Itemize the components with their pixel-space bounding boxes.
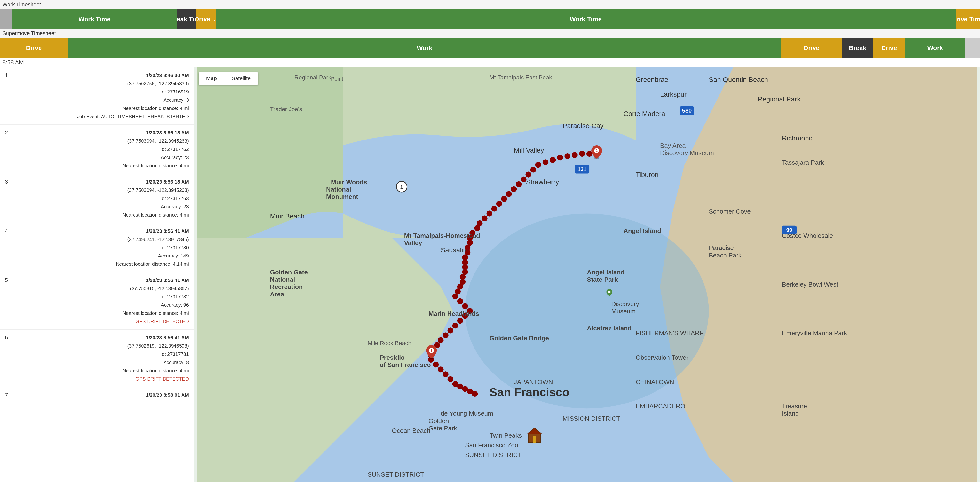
svg-text:MISSION DISTRICT: MISSION DISTRICT <box>562 415 620 422</box>
svg-rect-68 <box>533 436 536 442</box>
svg-text:Recreation: Recreation <box>270 283 303 290</box>
svg-text:EMBARCADERO: EMBARCADERO <box>636 403 685 410</box>
svg-text:99: 99 <box>786 227 792 233</box>
svg-point-32 <box>492 206 497 211</box>
wt-seg-drive-time: Drive Time <box>956 10 980 29</box>
svg-point-35 <box>506 191 512 197</box>
map-toggle-satellite[interactable]: Satellite <box>224 73 258 84</box>
svg-point-30 <box>482 216 487 221</box>
entry-line: (37.7502756, -122.3945339) <box>14 79 189 88</box>
svg-text:Discovery: Discovery <box>611 300 640 308</box>
svg-text:Ocean Beach: Ocean Beach <box>392 427 430 434</box>
svg-text:Point: Point <box>331 76 343 82</box>
entry-line: Nearest location distance: 4.14 mi <box>14 260 189 268</box>
svg-point-40 <box>530 166 536 173</box>
wt-seg-break: Break Time <box>177 10 196 29</box>
svg-text:SUNSET DISTRICT: SUNSET DISTRICT <box>368 471 424 478</box>
svg-point-29 <box>477 220 482 226</box>
svg-point-139 <box>608 291 611 293</box>
supermove-timesheet-bar: Drive Work Drive Break Drive Work <box>0 38 980 58</box>
svg-text:Marin Headlands: Marin Headlands <box>428 310 479 317</box>
svg-text:Larkspur: Larkspur <box>660 90 687 98</box>
entry-line: (37.7502619, -122.3946598) <box>14 342 189 350</box>
entry-details: 1/20/23 8:58:01 AM <box>14 391 189 399</box>
svg-text:CHINATOWN: CHINATOWN <box>636 378 674 385</box>
entry-line: (37.7503094, -122.3945263) <box>14 137 189 145</box>
current-time-label: 8:58 AM <box>0 58 980 67</box>
svg-point-44 <box>557 155 563 160</box>
entry-line: 1/20/23 8:56:41 AM <box>14 227 189 235</box>
svg-point-59 <box>472 391 478 397</box>
svg-text:Golden Gate Bridge: Golden Gate Bridge <box>490 335 549 342</box>
svg-text:Schomer Cove: Schomer Cove <box>709 208 751 215</box>
sm-seg-end <box>966 38 980 58</box>
entry-line: 1/20/23 8:56:18 AM <box>14 128 189 137</box>
entry-line: Nearest location distance: 4 mi <box>14 162 189 170</box>
entry-line: 1/20/23 8:56:41 AM <box>14 333 189 342</box>
svg-text:Muir Woods: Muir Woods <box>331 179 367 186</box>
list-item: 41/20/23 8:56:41 AM(37.7496241, -122.391… <box>0 223 194 272</box>
svg-point-42 <box>542 159 549 165</box>
svg-text:Tassajara Park: Tassajara Park <box>782 159 824 166</box>
svg-text:1: 1 <box>400 184 403 190</box>
entry-details: 1/20/23 8:56:41 AM(37.7502619, -122.3946… <box>14 333 189 383</box>
svg-point-54 <box>448 376 453 382</box>
entry-line: (37.7503094, -122.3945263) <box>14 186 189 194</box>
entry-number: 1 <box>5 71 14 78</box>
svg-text:Emeryville Marina Park: Emeryville Marina Park <box>782 330 848 337</box>
svg-point-5 <box>438 338 444 343</box>
svg-point-13 <box>457 298 463 304</box>
svg-text:SUNSET DISTRICT: SUNSET DISTRICT <box>465 451 522 458</box>
entry-details: 1/20/23 8:56:18 AM(37.7503094, -122.3945… <box>14 128 189 170</box>
svg-text:San Francisco Zoo: San Francisco Zoo <box>465 442 518 449</box>
entry-number: 3 <box>5 178 14 185</box>
entry-line: 1/20/23 8:56:18 AM <box>14 178 189 186</box>
wt-seg-drive: Drive ... <box>196 10 216 29</box>
sm-seg-drive2: Drive <box>781 38 842 58</box>
svg-text:Muir Beach: Muir Beach <box>270 212 304 220</box>
entry-line: Id: 27317762 <box>14 145 189 153</box>
sm-seg-work2: Work <box>905 38 966 58</box>
svg-text:580: 580 <box>682 107 692 114</box>
svg-point-47 <box>579 151 585 157</box>
svg-point-46 <box>572 152 578 158</box>
wt-seg-gray <box>0 10 12 29</box>
map-svg: 1 2 Greenbrae Larkspur Corte Madera Para… <box>194 67 980 482</box>
entry-line: (37.7496241, -122.3917845) <box>14 235 189 243</box>
entry-line: Accuracy: 23 <box>14 153 189 162</box>
entry-line: (37.750315, -122.3945867) <box>14 284 189 293</box>
sm-seg-drive1: Drive <box>0 38 68 58</box>
svg-point-53 <box>443 371 449 377</box>
svg-text:Paradise: Paradise <box>709 244 734 251</box>
entry-details: 1/20/23 8:46:30 AM(37.7502756, -122.3945… <box>14 71 189 121</box>
map-panel: Map Satellite <box>194 67 980 482</box>
entry-details: 1/20/23 8:56:18 AM(37.7503094, -122.3945… <box>14 178 189 219</box>
map-toggle-map[interactable]: Map <box>199 73 224 84</box>
svg-text:Island: Island <box>782 410 799 417</box>
svg-text:Greenbrae: Greenbrae <box>636 76 668 83</box>
location-entries-panel[interactable]: 11/20/23 8:46:30 AM(37.7502756, -122.394… <box>0 67 194 482</box>
svg-text:Museum: Museum <box>611 308 636 315</box>
entry-line: Id: 27317782 <box>14 293 189 301</box>
entry-number: 4 <box>5 227 14 234</box>
svg-text:Tiburon: Tiburon <box>636 171 659 179</box>
svg-text:National: National <box>326 186 351 193</box>
svg-text:Angel Island: Angel Island <box>624 227 661 235</box>
svg-text:Twin Peaks: Twin Peaks <box>490 432 522 439</box>
svg-text:Monument: Monument <box>326 193 358 200</box>
entry-line: Accuracy: 23 <box>14 203 189 211</box>
svg-text:de Young Museum: de Young Museum <box>441 410 493 417</box>
entry-details: 1/20/23 8:56:41 AM(37.7496241, -122.3917… <box>14 227 189 268</box>
entry-line: Nearest location distance: 4 mi <box>14 309 189 317</box>
entry-line: 1/20/23 8:56:41 AM <box>14 276 189 284</box>
svg-text:Presidio: Presidio <box>380 354 405 361</box>
svg-text:JAPANTOWN: JAPANTOWN <box>514 378 553 385</box>
svg-text:Angel Island: Angel Island <box>587 269 625 276</box>
list-item: 11/20/23 8:46:30 AM(37.7502756, -122.394… <box>0 67 194 125</box>
svg-text:Alcatraz Island: Alcatraz Island <box>587 325 632 332</box>
svg-text:State Park: State Park <box>587 276 618 283</box>
svg-text:2: 2 <box>596 149 598 152</box>
svg-point-34 <box>501 196 507 202</box>
entry-line: Accuracy: 96 <box>14 301 189 309</box>
entry-number: 2 <box>5 128 14 136</box>
